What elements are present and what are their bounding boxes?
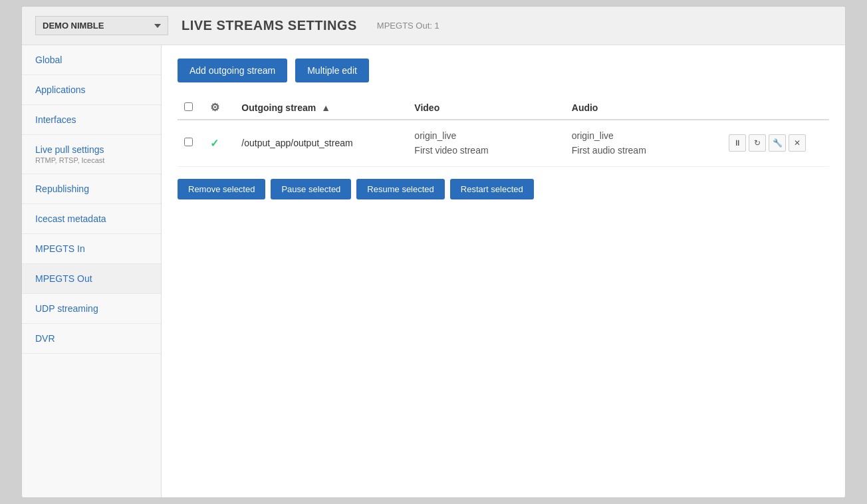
video-line2: First video stream: [414, 143, 558, 158]
header: DEMO NIMBLE LIVE STREAMS SETTINGS MPEGTS…: [22, 7, 845, 45]
row-actions-cell: ⏸ ↻ 🔧 ✕: [722, 120, 829, 166]
status-active-icon: ✓: [210, 138, 219, 149]
sidebar-item-dvr[interactable]: DVR: [22, 324, 161, 354]
sidebar-item-applications[interactable]: Applications: [22, 75, 161, 105]
row-stream-path-cell: /output_app/output_stream: [235, 120, 408, 166]
sidebar-item-udp-streaming[interactable]: UDP streaming: [22, 294, 161, 324]
sidebar-item-mpegts-in[interactable]: MPEGTS In: [22, 234, 161, 264]
server-name: DEMO NIMBLE: [43, 21, 149, 31]
video-line1: origin_live: [414, 128, 558, 143]
pause-stream-button[interactable]: ⏸: [729, 134, 746, 152]
row-checkbox[interactable]: [184, 138, 193, 146]
col-header-outgoing-stream[interactable]: Outgoing stream ▲: [235, 96, 408, 120]
restart-selected-button[interactable]: Restart selected: [450, 179, 534, 199]
audio-info: origin_live First audio stream: [572, 128, 715, 158]
streams-table: ⚙ Outgoing stream ▲ Video Audio: [178, 96, 829, 167]
select-all-checkbox[interactable]: [184, 102, 193, 111]
sidebar-label-mpegts-in: MPEGTS In: [35, 243, 85, 254]
audio-col-label: Audio: [572, 102, 598, 113]
audio-line2: First audio stream: [572, 143, 715, 158]
col-header-audio: Audio: [565, 96, 722, 120]
sidebar-label-dvr: DVR: [35, 333, 55, 344]
outgoing-stream-col-label: Outgoing stream: [241, 102, 316, 113]
sidebar-item-mpegts-out[interactable]: MPEGTS Out: [22, 264, 161, 294]
page-title: LIVE STREAMS SETTINGS: [182, 18, 357, 33]
bottom-actions: Remove selected Pause selected Resume se…: [178, 179, 829, 199]
sidebar-label-icecast-metadata: Icecast metadata: [35, 213, 106, 224]
action-buttons: Add outgoing stream Multiple edit: [178, 59, 829, 82]
gear-icon: ⚙: [210, 102, 219, 113]
video-info: origin_live First video stream: [414, 128, 558, 158]
row-actions: ⏸ ↻ 🔧 ✕: [729, 134, 822, 152]
sidebar-item-republishing[interactable]: Republishing: [22, 174, 161, 204]
video-col-label: Video: [414, 102, 439, 113]
sidebar-label-interfaces: Interfaces: [35, 114, 76, 125]
multiple-edit-button[interactable]: Multiple edit: [295, 59, 369, 82]
row-status-cell: ✓: [203, 120, 235, 166]
row-video-cell: origin_live First video stream: [408, 120, 564, 166]
add-outgoing-stream-button[interactable]: Add outgoing stream: [178, 59, 287, 82]
server-selector[interactable]: DEMO NIMBLE: [35, 16, 168, 35]
sidebar-label-republishing: Republishing: [35, 184, 89, 194]
sidebar-item-icecast-metadata[interactable]: Icecast metadata: [22, 204, 161, 234]
sidebar-sub-live-pull: RTMP, RTSP, Icecast: [35, 156, 148, 164]
sidebar-label-live-pull: Live pull settings: [35, 144, 104, 155]
page-subtitle: MPEGTS Out: 1: [377, 21, 439, 31]
row-audio-cell: origin_live First audio stream: [565, 120, 722, 166]
sidebar-item-global[interactable]: Global: [22, 45, 161, 75]
remove-stream-button[interactable]: ✕: [789, 134, 806, 152]
sidebar-label-global: Global: [35, 55, 62, 65]
sidebar-item-live-pull-settings[interactable]: Live pull settings RTMP, RTSP, Icecast: [22, 135, 161, 174]
dropdown-arrow-icon: [154, 24, 161, 28]
main-layout: Global Applications Interfaces Live pull…: [22, 45, 845, 497]
remove-selected-button[interactable]: Remove selected: [178, 179, 265, 199]
pause-selected-button[interactable]: Pause selected: [271, 179, 351, 199]
table-row: ✓ /output_app/output_stream origin_live …: [178, 120, 829, 166]
app-container: DEMO NIMBLE LIVE STREAMS SETTINGS MPEGTS…: [21, 6, 846, 498]
col-header-video: Video: [408, 96, 564, 120]
resume-selected-button[interactable]: Resume selected: [356, 179, 444, 199]
col-header-check: [178, 96, 203, 120]
stream-path: /output_app/output_stream: [241, 138, 352, 148]
col-header-gear: ⚙: [203, 96, 235, 120]
sidebar-item-interfaces[interactable]: Interfaces: [22, 105, 161, 135]
sidebar: Global Applications Interfaces Live pull…: [22, 45, 162, 497]
restart-stream-button[interactable]: ↻: [749, 134, 766, 152]
sidebar-label-applications: Applications: [35, 84, 86, 95]
table-header-row: ⚙ Outgoing stream ▲ Video Audio: [178, 96, 829, 120]
row-checkbox-cell: [178, 120, 203, 166]
audio-line1: origin_live: [572, 128, 715, 143]
settings-stream-button[interactable]: 🔧: [769, 134, 786, 152]
sort-arrow-icon: ▲: [321, 102, 330, 113]
content-area: Add outgoing stream Multiple edit ⚙ Outg…: [162, 45, 845, 497]
col-header-actions: [722, 96, 829, 120]
sidebar-label-udp-streaming: UDP streaming: [35, 303, 98, 314]
sidebar-label-mpegts-out: MPEGTS Out: [35, 273, 92, 284]
